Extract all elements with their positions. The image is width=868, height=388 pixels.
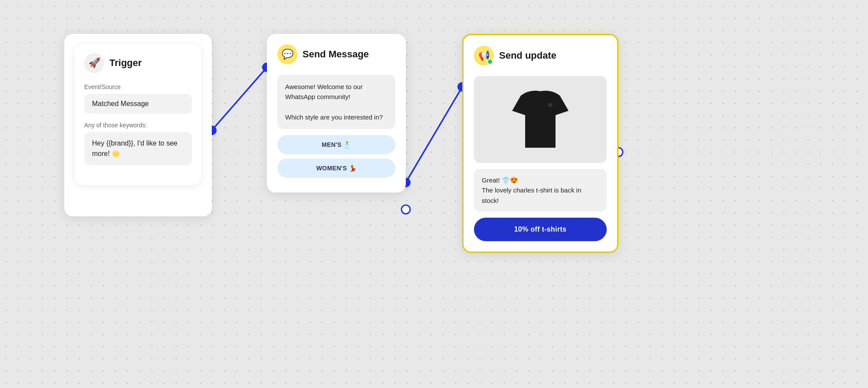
svg-point-8 — [548, 103, 552, 107]
trigger-icon-circle: 🚀 — [84, 53, 104, 73]
trigger-icon: 🚀 — [89, 57, 100, 69]
product-image-box — [474, 76, 607, 163]
send-update-header: 📢 Send update — [474, 46, 607, 66]
update-bubble-text: Great! 👕😍The lovely charles t-shirt is b… — [482, 176, 581, 204]
womens-choice[interactable]: WOMEN'S 💃 — [277, 159, 395, 178]
send-update-icon-circle: 📢 — [474, 46, 494, 66]
send-update-card: 📢 Send update Great! 👕😍The lovely charle… — [462, 34, 618, 253]
update-text-bubble: Great! 👕😍The lovely charles t-shirt is b… — [474, 169, 607, 212]
send-message-card: 💬 Send Message Awesome! Welcome to our W… — [267, 34, 406, 192]
cta-button[interactable]: 10% off t-shirts — [474, 218, 607, 241]
send-message-icon: 💬 — [282, 49, 293, 60]
svg-point-6 — [401, 205, 410, 214]
send-message-icon-circle: 💬 — [277, 44, 297, 64]
event-value: Matched Message — [84, 94, 192, 114]
online-indicator — [487, 59, 493, 65]
svg-line-0 — [212, 67, 267, 130]
trigger-card: 🚀 Trigger Event/Source Matched Message A… — [64, 34, 212, 216]
trigger-header: 🚀 Trigger — [84, 53, 192, 73]
message-bubble: Awesome! Welcome to our WhatsApp communi… — [277, 75, 395, 129]
bubble-text: Awesome! Welcome to our WhatsApp communi… — [285, 83, 383, 121]
canvas: 🚀 Trigger Event/Source Matched Message A… — [0, 0, 868, 388]
keywords-value: Hey {{brand}}, I'd like to see more! 🌟 — [84, 132, 192, 165]
send-message-header: 💬 Send Message — [277, 44, 395, 64]
cta-label: 10% off t-shirts — [514, 226, 567, 233]
tshirt-image — [512, 87, 569, 152]
keywords-label: Any of those keywords: — [84, 122, 192, 129]
svg-line-3 — [406, 87, 462, 182]
send-message-title: Send Message — [302, 49, 369, 60]
event-label: Event/Source — [84, 83, 192, 90]
mens-choice[interactable]: MEN'S 🕺 — [277, 135, 395, 154]
send-update-title: Send update — [499, 50, 556, 61]
trigger-title: Trigger — [109, 57, 142, 69]
